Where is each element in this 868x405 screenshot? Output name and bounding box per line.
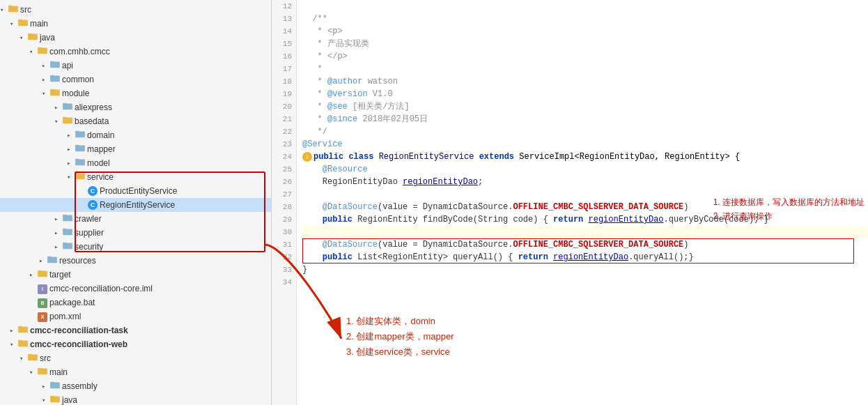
code-line: * 产品实现类 <box>302 38 868 50</box>
svg-rect-23 <box>63 103 66 105</box>
tree-item[interactable]: ▸ resources <box>0 254 271 268</box>
tree-item[interactable]: ▾ module <box>0 86 271 100</box>
tree-item[interactable]: CProductEntityService <box>0 184 271 198</box>
tree-item[interactable]: CRegionEntityService <box>0 198 271 212</box>
folder-icon <box>63 213 75 224</box>
tree-arrow[interactable]: ▸ <box>54 104 63 112</box>
tree-item[interactable]: ▾ java <box>0 31 271 45</box>
svg-rect-8 <box>28 33 31 36</box>
svg-rect-2 <box>8 6 12 8</box>
tree-item[interactable]: ▾ service <box>0 170 271 184</box>
tree-item[interactable]: ▾ com.cmhb.cmcc <box>0 45 271 59</box>
line-numbers: 1213141516171819202122232425262728293031… <box>272 0 297 405</box>
folder-icon <box>50 60 62 71</box>
code-line: * </p> <box>302 50 868 63</box>
tree-item-label: ProductEntityService <box>100 186 177 196</box>
svg-rect-14 <box>50 61 54 63</box>
tree-arrow[interactable]: ▾ <box>54 118 63 125</box>
tree-arrow[interactable]: ▸ <box>39 257 47 265</box>
tree-item-label: RegionEntityService <box>100 200 175 210</box>
line-number: 14 <box>272 25 292 38</box>
tree-arrow[interactable]: ▸ <box>42 383 50 390</box>
tree-item[interactable]: ▸ mapper <box>0 142 271 156</box>
line-number: 19 <box>272 88 292 100</box>
tree-arrow[interactable]: ▸ <box>29 271 38 279</box>
tree-item[interactable]: ▾ main <box>0 17 271 31</box>
tree-arrow[interactable]: ▾ <box>29 48 38 56</box>
tree-item-label: src <box>20 5 31 15</box>
tree-item[interactable]: ▸ model <box>0 156 271 170</box>
svg-rect-47 <box>63 243 66 245</box>
tree-arrow[interactable]: ▸ <box>10 327 18 335</box>
tree-item[interactable]: ▾ src <box>0 3 271 17</box>
tree-item[interactable]: Bpackage.bat <box>0 296 271 310</box>
tree-item[interactable]: ▸ cmcc-reconciliation-task <box>0 323 271 337</box>
tree-arrow[interactable]: ▸ <box>54 243 63 251</box>
tree-item-label: crawler <box>75 214 102 224</box>
tree-arrow[interactable]: ▾ <box>0 6 8 14</box>
line-number: 23 <box>272 138 292 151</box>
code-line: * @version V1.0 <box>302 88 868 100</box>
svg-rect-71 <box>50 396 54 398</box>
tree-arrow[interactable]: ▸ <box>54 215 63 223</box>
tree-item[interactable]: ▾ basedata <box>0 114 271 128</box>
tree-arrow[interactable]: ▸ <box>67 160 75 167</box>
tree-arrow[interactable]: ▾ <box>42 90 50 98</box>
folder-icon <box>63 116 75 127</box>
svg-rect-32 <box>75 145 79 147</box>
tree-item[interactable]: ▾ src <box>0 351 271 365</box>
tree-item[interactable]: ▸ target <box>0 268 271 282</box>
tree-item[interactable]: ▸ api <box>0 59 271 72</box>
tree-item[interactable]: Icmcc-reconciliation-core.iml <box>0 282 271 296</box>
tree-item-label: pom.xml <box>49 312 81 321</box>
svg-rect-35 <box>75 159 79 161</box>
svg-rect-65 <box>38 368 41 370</box>
tree-item-label: service <box>87 172 114 182</box>
code-line <box>302 0 868 13</box>
tree-item[interactable]: ▾ java <box>0 393 271 405</box>
line-number: 18 <box>272 75 292 88</box>
file-icon: I <box>38 284 49 294</box>
tree-arrow[interactable]: ▾ <box>42 397 50 404</box>
tree-arrow[interactable]: ▾ <box>10 341 18 349</box>
tree-item[interactable]: ▸ domain <box>0 128 271 142</box>
tree-arrow[interactable]: ▾ <box>10 20 18 28</box>
tree-item[interactable]: Xpom.xml <box>0 310 271 323</box>
tree-arrow[interactable]: ▸ <box>42 62 50 70</box>
line-number: 33 <box>272 263 292 276</box>
tree-item[interactable]: ▸ supplier <box>0 226 271 240</box>
line-number: 13 <box>272 13 292 25</box>
tree-arrow[interactable]: ▸ <box>67 132 75 139</box>
line-number: 29 <box>272 213 292 226</box>
java-class-icon: C <box>88 200 98 210</box>
svg-rect-11 <box>38 47 41 49</box>
tree-item[interactable]: ▸ assembly <box>0 379 271 393</box>
tree-arrow[interactable]: ▸ <box>54 229 63 237</box>
tree-item[interactable]: ▸ crawler <box>0 212 271 226</box>
tree-item[interactable]: ▸ aliexpress <box>0 100 271 114</box>
tree-arrow[interactable]: ▸ <box>67 146 75 153</box>
code-line: @Service <box>302 138 868 151</box>
tree-arrow[interactable]: ▾ <box>29 369 38 376</box>
folder-icon <box>63 241 75 252</box>
tree-arrow[interactable]: ▾ <box>67 174 75 181</box>
attention-icon: ! <box>302 152 312 162</box>
code-line: RegionEntityDao regionEntityDao; <box>302 176 868 188</box>
folder-icon <box>63 227 75 238</box>
tree-item[interactable]: ▾ cmcc-reconciliation-web <box>0 337 271 351</box>
file-icon: X <box>38 312 49 322</box>
file-tree[interactable]: ▾ src▾ main▾ java▾ com.cmhb.cmcc▸ api▸ c… <box>0 0 272 405</box>
tree-arrow[interactable]: ▾ <box>20 34 28 42</box>
folder-icon <box>18 339 30 350</box>
tree-item[interactable]: ▸ common <box>0 72 271 86</box>
line-number: 12 <box>272 0 292 13</box>
tree-item[interactable]: ▸ security <box>0 240 271 254</box>
tree-arrow[interactable]: ▾ <box>20 355 28 362</box>
tree-item[interactable]: ▾ main <box>0 365 271 379</box>
svg-rect-50 <box>47 257 51 259</box>
tree-item-label: java <box>40 33 55 43</box>
line-number: 30 <box>272 226 292 238</box>
line-number: 32 <box>272 251 292 263</box>
tree-item-label: java <box>62 395 77 405</box>
tree-arrow[interactable]: ▸ <box>42 76 50 84</box>
